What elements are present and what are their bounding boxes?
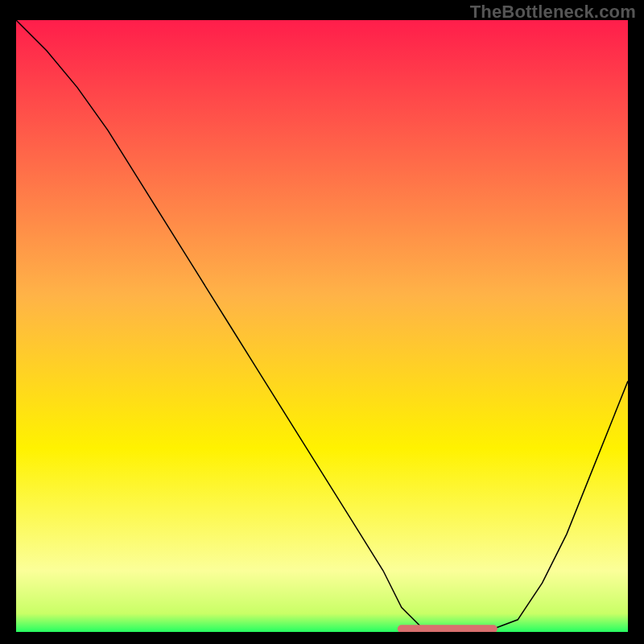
- chart-frame: TheBottleneck.com: [0, 0, 644, 644]
- gradient-background: [16, 20, 628, 632]
- plot-area: [16, 20, 628, 632]
- chart-svg: [16, 20, 628, 632]
- watermark-text: TheBottleneck.com: [470, 2, 636, 23]
